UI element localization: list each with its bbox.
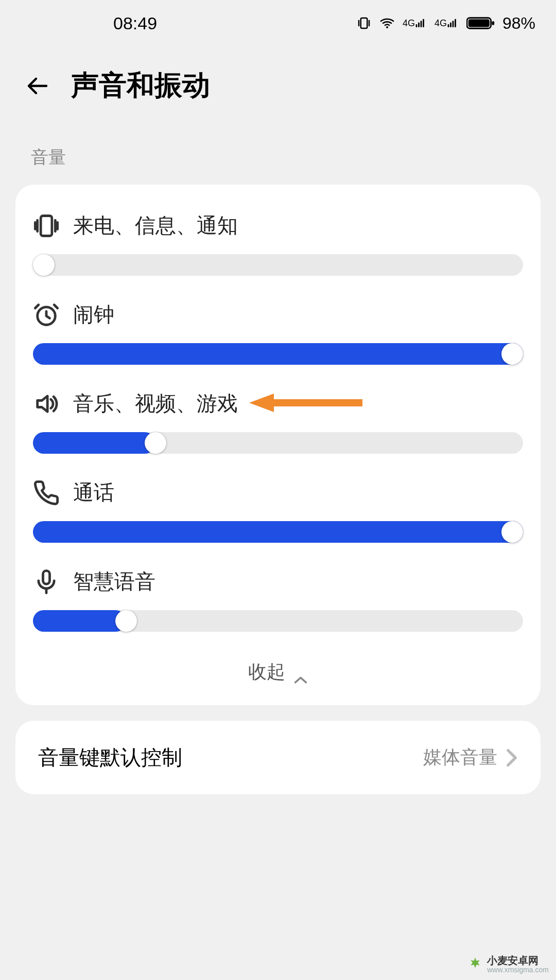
slider-label-alarm: 闹钟: [73, 300, 114, 329]
collapse-label: 收起: [248, 660, 285, 685]
watermark-title: 小麦安卓网: [487, 955, 538, 966]
volume-key-card: 音量键默认控制 媒体音量: [15, 721, 541, 794]
slider-media: 音乐、视频、游戏: [33, 378, 523, 467]
slider-label-call: 通话: [73, 478, 114, 507]
section-volume-label: 音量: [0, 135, 556, 185]
annotation-arrow: [249, 393, 362, 413]
battery-icon: [466, 16, 495, 30]
chevron-right-icon: [506, 749, 518, 767]
slider-thumb-media[interactable]: [145, 432, 166, 454]
wifi-icon: [379, 15, 395, 31]
slider-label-ringtone: 来电、信息、通知: [73, 211, 238, 240]
phone-icon: [33, 479, 60, 506]
watermark: 小麦安卓网 www.xmsigma.com: [467, 955, 549, 974]
volume-key-value: 媒体音量: [423, 745, 497, 770]
slider-ringtone: 来电、信息、通知: [33, 200, 523, 289]
watermark-url: www.xmsigma.com: [487, 966, 549, 974]
volume-key-row[interactable]: 音量键默认控制 媒体音量: [33, 725, 523, 790]
page-title: 声音和振动: [71, 67, 210, 104]
chevron-up-icon: [293, 668, 308, 677]
collapse-row[interactable]: 收起: [33, 645, 523, 690]
status-bar: 08:49 4G 4G 98%: [0, 0, 556, 46]
slider-thumb-alarm[interactable]: [501, 343, 523, 365]
slider-alarm: 闹钟: [33, 289, 523, 378]
slider-track-alarm[interactable]: [33, 343, 523, 365]
svg-rect-3: [468, 20, 490, 27]
page-header: 声音和振动: [0, 46, 556, 135]
slider-thumb-voice[interactable]: [115, 610, 137, 632]
vibrate-status-icon: [356, 15, 372, 31]
svg-point-1: [386, 26, 388, 28]
status-right: 4G 4G 98%: [356, 14, 535, 33]
svg-rect-7: [43, 571, 50, 584]
alarm-icon: [33, 301, 60, 328]
svg-rect-5: [41, 216, 52, 236]
speaker-icon: [33, 390, 60, 417]
slider-label-media: 音乐、视频、游戏: [73, 389, 238, 418]
slider-track-media[interactable]: [33, 432, 523, 454]
vibrate-icon: [33, 212, 60, 239]
back-icon[interactable]: [26, 74, 50, 98]
mic-icon: [33, 568, 60, 595]
signal-4g-sim1-icon: 4G: [403, 19, 427, 28]
signal-4g-sim2-icon: 4G: [435, 19, 459, 28]
slider-thumb-ringtone[interactable]: [33, 254, 55, 276]
slider-call: 通话: [33, 467, 523, 556]
slider-track-voice[interactable]: [33, 610, 523, 632]
slider-track-ringtone[interactable]: [33, 254, 523, 276]
slider-thumb-call[interactable]: [501, 521, 523, 543]
svg-rect-4: [492, 21, 494, 25]
slider-label-voice: 智慧语音: [73, 567, 155, 596]
slider-track-call[interactable]: [33, 521, 523, 543]
svg-rect-0: [361, 18, 368, 28]
volume-key-label: 音量键默认控制: [38, 743, 182, 772]
volume-card: 来电、信息、通知闹钟音乐、视频、游戏通话智慧语音收起: [15, 185, 541, 705]
slider-voice: 智慧语音: [33, 556, 523, 645]
battery-percent: 98%: [502, 14, 535, 33]
status-time: 08:49: [113, 13, 157, 33]
